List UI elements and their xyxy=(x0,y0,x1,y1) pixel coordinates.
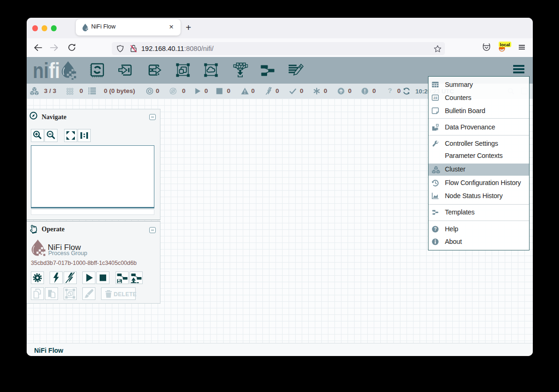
svg-text:23: 23 xyxy=(434,96,437,100)
svg-text:fi: fi xyxy=(49,58,60,81)
svg-text:ni: ni xyxy=(33,58,49,81)
svg-text:?: ? xyxy=(434,227,437,232)
